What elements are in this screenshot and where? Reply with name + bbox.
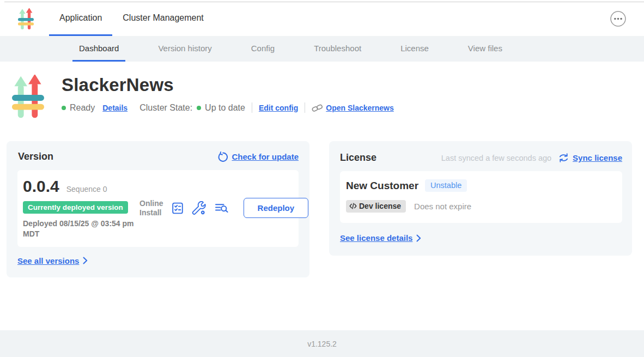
status-details-link[interactable]: Details [102,104,127,112]
sync-license-link[interactable]: Sync license [573,153,622,162]
app-sub-nav: Dashboard Version history Config Trouble… [0,36,644,62]
sync-license-link-group[interactable]: Sync license [558,153,622,163]
install-type-label: Online Install [139,199,163,217]
app-header-section: SlackerNews Ready Details Cluster State:… [0,62,644,122]
license-expiry: Does not expire [414,202,471,211]
app-status-row: Ready Details Cluster State: Up to date … [62,102,394,113]
version-number: 0.0.4 [23,177,59,196]
license-card-title: License [340,152,376,164]
check-for-update-link[interactable]: Check for update [232,152,299,161]
view-files-search-icon[interactable] [214,202,229,215]
admin-console-page: Application Cluster Management Dashboard… [0,0,644,357]
divider [305,102,305,113]
subnav-view-files[interactable]: View files [461,36,509,62]
divider [252,102,252,113]
see-license-details-link[interactable]: See license details [340,233,412,243]
app-status-dot [62,106,66,110]
chevron-right-icon [83,257,88,264]
redeploy-button[interactable]: Redeploy [244,198,309,218]
see-all-versions-link-group[interactable]: See all versions [17,256,299,265]
refresh-icon [217,152,228,162]
console-footer: v1.125.2 [0,330,644,357]
version-card-title: Version [18,151,53,162]
deployed-status-badge: Currently deployed version [23,201,128,214]
version-info: 0.0.4 Sequence 0 Currently deployed vers… [23,177,138,239]
license-info-panel: New Customer Unstable Dev license [340,171,622,223]
dashboard-cards: Version Check for update 0.0.4 Sequ [7,141,644,277]
cluster-state-dot [197,106,201,110]
subnav-version-history[interactable]: Version history [151,36,218,62]
open-app-link[interactable]: Open Slackernews [326,104,394,112]
open-app-link-group[interactable]: Open Slackernews [312,103,394,113]
customer-name: New Customer [346,180,418,192]
version-sequence: Sequence 0 [66,185,107,193]
wrench-gear-icon[interactable] [192,201,206,215]
chevron-right-icon [416,234,421,242]
license-type-tag: Dev license [346,200,406,213]
current-version-panel: 0.0.4 Sequence 0 Currently deployed vers… [17,170,299,247]
subnav-troubleshoot[interactable]: Troubleshoot [307,36,368,62]
code-icon [349,203,357,209]
subnav-dashboard[interactable]: Dashboard [72,36,125,62]
sync-icon [558,153,569,163]
console-version: v1.125.2 [307,340,337,348]
version-actions: Online Install [139,198,308,218]
link-chain-icon [312,103,323,113]
primary-tabs: Application Cluster Management [49,2,214,36]
license-type-label: Dev license [359,202,401,210]
deployed-timestamp: Deployed 08/15/25 @ 03:54 pm MDT [23,219,137,239]
ellipsis-circle-icon [610,11,626,27]
cluster-state-value: Up to date [205,103,245,113]
see-all-versions-link[interactable]: See all versions [17,256,79,265]
subnav-license[interactable]: License [394,36,435,62]
channel-badge: Unstable [425,179,467,192]
app-status-label: Ready [70,103,95,113]
license-last-synced: Last synced a few seconds ago [441,154,551,162]
tab-cluster-management[interactable]: Cluster Management [112,2,214,36]
check-for-update-link-group[interactable]: Check for update [217,152,299,162]
preflight-checklist-icon[interactable] [171,202,184,215]
see-license-details-link-group[interactable]: See license details [340,233,622,243]
top-nav: Application Cluster Management [0,0,644,36]
version-card: Version Check for update 0.0.4 Sequ [7,141,309,277]
app-logo-icon [12,75,44,122]
overflow-menu-button[interactable] [610,11,626,27]
subnav-config[interactable]: Config [245,36,281,62]
app-header-text: SlackerNews Ready Details Cluster State:… [62,75,394,122]
app-title: SlackerNews [62,75,394,95]
tab-application[interactable]: Application [49,2,112,36]
license-card: License Last synced a few seconds ago Sy… [329,141,632,256]
cluster-state-label: Cluster State: [139,103,192,113]
app-logo-icon [18,8,34,30]
edit-config-link[interactable]: Edit config [259,104,298,112]
window-top-divider [4,2,644,2]
